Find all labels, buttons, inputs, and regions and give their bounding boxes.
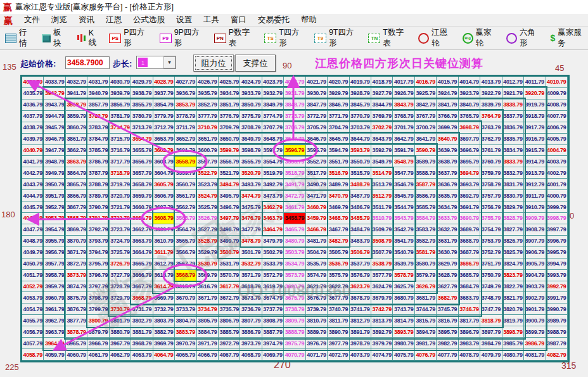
grid-cell: 3648.79 xyxy=(262,134,284,145)
grid-cell: 3959.79 xyxy=(44,281,65,293)
grid-cell: 3487.79 xyxy=(350,190,371,201)
grid-cell: 4058.79 xyxy=(22,349,44,361)
menu-item-公式选股[interactable]: 公式选股 xyxy=(133,15,165,25)
grid-cell: 4056.79 xyxy=(22,326,44,338)
grid-cell: 3623.79 xyxy=(350,281,371,293)
grid-cell: 3861.79 xyxy=(66,134,87,145)
grid-cell: 3780.79 xyxy=(131,111,153,122)
grid-cell: 3883.79 xyxy=(175,326,196,338)
toolbar-item-T数字表[interactable]: TNT数字表 xyxy=(368,27,410,49)
grid-cell: 3877.79 xyxy=(66,315,87,326)
toolbar-item-P数字表[interactable]: PNP数字表 xyxy=(214,27,256,49)
menu-item-文件[interactable]: 文件 xyxy=(24,15,40,25)
blocks-icon xyxy=(42,34,51,42)
grid-cell: 3525.79 xyxy=(197,201,219,213)
resistance-button[interactable]: 阻力位 xyxy=(193,54,234,72)
grid-cell: 3464.79 xyxy=(262,224,284,236)
grid-cell: 3542.79 xyxy=(393,224,414,236)
grid-cell: 3897.79 xyxy=(480,326,502,338)
grid-cell: 3942.79 xyxy=(44,88,65,99)
grid-cell: 3899.79 xyxy=(524,326,546,338)
grid-cell: 3697.79 xyxy=(459,134,480,145)
menu-item-资讯[interactable]: 资讯 xyxy=(79,15,94,25)
grid-cell: 3807.79 xyxy=(240,315,262,326)
grid-cell: 3858.79 xyxy=(66,99,87,111)
toolbar-item-9P四方形[interactable]: P99P四方形 xyxy=(160,27,206,49)
start-price-input[interactable] xyxy=(65,56,110,69)
grid-cell: 3802.79 xyxy=(131,315,153,326)
grid-cell: 4021.79 xyxy=(306,77,328,88)
grid-cell: 3736.79 xyxy=(240,304,262,315)
grid-cell: 3467.79 xyxy=(328,224,349,236)
menu-item-江恩[interactable]: 江恩 xyxy=(106,15,122,25)
grid-cell: 3790.79 xyxy=(87,201,109,213)
grid-cell: 3869.79 xyxy=(66,224,87,236)
grid-cell: 4002.79 xyxy=(546,167,568,179)
grid-cell-highlighted: 3596.79 xyxy=(284,145,305,157)
toolbar-item-板块[interactable]: 板块 xyxy=(42,27,68,49)
grid-cell: 3601.79 xyxy=(175,145,196,157)
grid-cell: 3902.79 xyxy=(524,292,546,304)
toolbar-item-K线[interactable]: K线 xyxy=(77,29,101,48)
grid-cell: 3461.79 xyxy=(284,201,305,213)
grid-cell: 4040.79 xyxy=(22,145,44,157)
grid-cell: 3923.79 xyxy=(459,88,480,99)
badge-icon: TS xyxy=(264,34,276,43)
support-button[interactable]: 支撑位 xyxy=(235,54,276,72)
step-dropdown[interactable]: 1 ▼ xyxy=(136,56,176,69)
toolbar-label: 赢家轮 xyxy=(476,27,498,49)
menu-item-帮助[interactable]: 帮助 xyxy=(301,15,317,25)
grid-cell: 3512.79 xyxy=(371,190,393,201)
grid-cell: 3639.79 xyxy=(437,145,458,157)
grid-cell: 3511.79 xyxy=(371,201,393,213)
toolbar-item-江恩轮[interactable]: 江恩轮 xyxy=(418,27,454,49)
grid-cell: 3918.79 xyxy=(524,111,546,122)
toolbar-item-赢家服务[interactable]: $赢家服务 xyxy=(550,27,588,49)
grid-cell: 3952.79 xyxy=(44,201,65,213)
menu-item-工具[interactable]: 工具 xyxy=(203,15,219,25)
grid-cell: 3584.79 xyxy=(415,213,437,224)
grid-cell: 3646.79 xyxy=(306,134,328,145)
toolbar-item-P四方形[interactable]: PSP四方形 xyxy=(109,27,151,49)
grid-cell: 3505.79 xyxy=(328,247,349,259)
grid-cell: 3658.79 xyxy=(131,179,153,190)
grid-cell: 3794.79 xyxy=(87,247,109,259)
toolbar-item-行情[interactable]: 行情 xyxy=(5,27,34,49)
toolbar-item-赢家轮[interactable]: Big赢家轮 xyxy=(463,27,498,49)
toolbar-item-T四方形[interactable]: TST四方形 xyxy=(264,27,306,49)
grid-cell: 3522.79 xyxy=(197,167,219,179)
grid-cell: 3593.79 xyxy=(350,145,371,157)
grid-cell: 4022.79 xyxy=(284,77,305,88)
grid-cell: 3659.79 xyxy=(131,190,153,201)
grid-cell: 3460.79 xyxy=(306,201,328,213)
grid-cell: 3465.79 xyxy=(284,224,305,236)
grid-cell: 4008.79 xyxy=(546,99,568,111)
grid-cell: 3994.79 xyxy=(546,259,568,270)
grid-cell: 3493.79 xyxy=(240,179,262,190)
menu-item-交易委托[interactable]: 交易委托 xyxy=(258,15,290,25)
menu-item-设置[interactable]: 设置 xyxy=(176,15,192,25)
menu-item-窗口[interactable]: 窗口 xyxy=(231,15,246,25)
grid-cell: 4044.79 xyxy=(22,190,44,201)
grid-cell: 3755.79 xyxy=(480,213,502,224)
grid-cell: 4082.79 xyxy=(546,349,568,361)
grid-cell: 3950.79 xyxy=(44,179,65,190)
grid-cell: 4026.79 xyxy=(197,77,219,88)
grid-cell: 3563.79 xyxy=(175,213,196,224)
app-window: 赢 赢家江恩专业版[赢家服务平台] - [价格正方形] 赢 文件浏览资讯江恩公式… xyxy=(0,0,588,377)
toolbar-item-六角形[interactable]: 六角形 xyxy=(506,27,542,49)
grid-cell: 3680.79 xyxy=(393,292,414,304)
grid-cell: 4006.79 xyxy=(546,122,568,134)
grid-cell: 3912.79 xyxy=(524,179,546,190)
grid-cell: 3698.79 xyxy=(459,122,480,134)
grid-cell: 3673.79 xyxy=(240,292,262,304)
grid-cell: 3756.79 xyxy=(480,201,502,213)
chevron-down-icon[interactable]: ▼ xyxy=(163,56,176,68)
grid-cell: 3587.79 xyxy=(415,179,437,190)
grid-cell: 3682.79 xyxy=(437,292,458,304)
menu-item-浏览[interactable]: 浏览 xyxy=(51,15,67,25)
grid-cell: 3484.79 xyxy=(350,224,371,236)
grid-cell: 3490.79 xyxy=(306,179,328,190)
toolbar-item-9T四方形[interactable]: T99T四方形 xyxy=(314,27,360,49)
menu-items: 文件浏览资讯江恩公式选股设置工具窗口交易委托帮助 xyxy=(24,15,317,25)
